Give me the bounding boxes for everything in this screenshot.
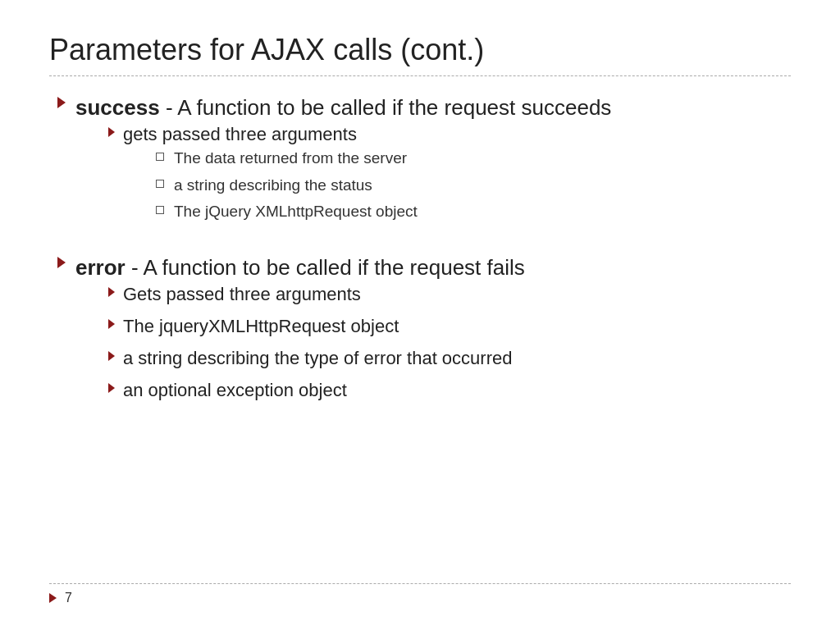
string-status-label: a string describing the status <box>174 175 372 197</box>
error-text-container: error - A function to be called if the r… <box>75 253 525 415</box>
string-status-item: a string describing the status <box>156 175 418 197</box>
error-gets-passed-item: Gets passed three arguments <box>108 282 525 308</box>
gets-passed-label: gets passed three arguments <box>123 124 357 144</box>
success-separator: - <box>160 95 173 120</box>
error-level2-list: Gets passed three arguments The jqueryXM… <box>108 282 525 403</box>
gets-passed-item: gets passed three arguments The data ret… <box>108 122 611 230</box>
bottom-section: 7 <box>49 583 791 605</box>
string-status-bullet-icon <box>156 180 164 188</box>
success-bold: success <box>75 95 160 120</box>
error-label: error - A function to be called if the r… <box>75 255 525 280</box>
error-bold: error <box>75 255 126 280</box>
error-rest: A function to be called if the request f… <box>139 255 525 280</box>
success-label: success - A function to be called if the… <box>75 95 611 120</box>
footer: 7 <box>49 591 791 605</box>
gets-passed-content: gets passed three arguments The data ret… <box>123 122 418 230</box>
error-level1-item: error - A function to be called if the r… <box>57 253 791 415</box>
jquery-xhr-bullet-icon <box>156 206 164 214</box>
bottom-divider <box>49 583 791 584</box>
success-level1-item: success - A function to be called if the… <box>57 93 791 241</box>
error-arrow-icon <box>57 257 66 268</box>
data-returned-label: The data returned from the server <box>174 148 407 170</box>
gets-passed-arrow-icon <box>108 127 115 137</box>
error-optional-arrow-icon <box>108 383 115 393</box>
slide-title: Parameters for AJAX calls (cont.) <box>49 33 791 67</box>
error-jquery-xhr-arrow-icon <box>108 319 115 329</box>
error-jquery-xhr-item: The jqueryXMLHttpRequest object <box>108 314 525 340</box>
error-jquery-xhr-label: The jqueryXMLHttpRequest object <box>123 314 399 340</box>
footer-arrow-icon <box>49 593 57 603</box>
error-separator: - <box>126 255 139 280</box>
gets-passed-level3-list: The data returned from the server a stri… <box>156 148 418 223</box>
error-gets-passed-label: Gets passed three arguments <box>123 282 361 308</box>
error-string-type-label: a string describing the type of error th… <box>123 346 512 372</box>
data-returned-bullet-icon <box>156 153 164 161</box>
page-number: 7 <box>65 591 72 605</box>
slide: Parameters for AJAX calls (cont.) succes… <box>0 0 840 630</box>
success-level2-list: gets passed three arguments The data ret… <box>108 122 611 230</box>
data-returned-item: The data returned from the server <box>156 148 418 170</box>
success-arrow-icon <box>57 97 66 108</box>
content-area: success - A function to be called if the… <box>49 93 791 583</box>
error-optional-item: an optional exception object <box>108 378 525 404</box>
error-optional-label: an optional exception object <box>123 378 347 404</box>
success-rest: A function to be called if the request s… <box>173 95 612 120</box>
jquery-xhr-label: The jQuery XMLhttpRequest object <box>174 201 418 223</box>
jquery-xhr-item: The jQuery XMLhttpRequest object <box>156 201 418 223</box>
error-string-type-arrow-icon <box>108 351 115 361</box>
success-text: success - A function to be called if the… <box>75 93 611 241</box>
error-string-type-item: a string describing the type of error th… <box>108 346 525 372</box>
top-divider <box>49 75 791 76</box>
error-gets-passed-arrow-icon <box>108 287 115 297</box>
